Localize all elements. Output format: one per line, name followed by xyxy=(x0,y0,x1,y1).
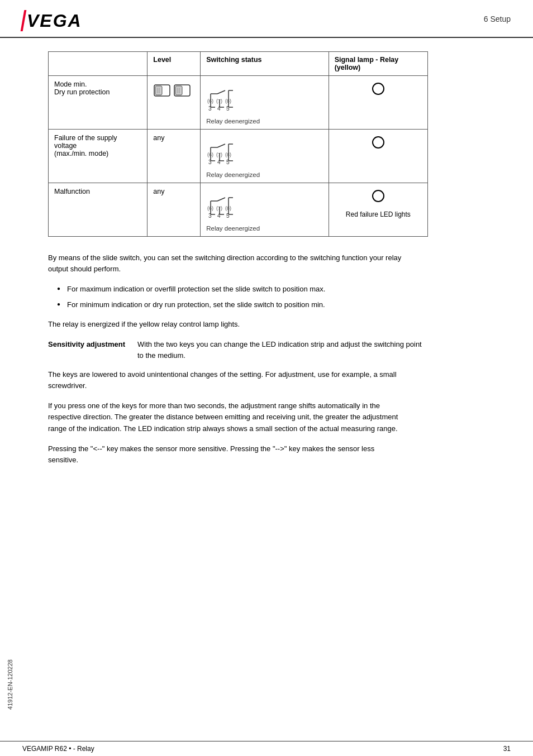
svg-text:3: 3 xyxy=(208,213,212,219)
svg-text:(6): (6) xyxy=(207,152,213,157)
svg-text:(8): (8) xyxy=(225,98,231,104)
svg-text:5: 5 xyxy=(226,159,230,165)
row3-description: Malfunction xyxy=(49,183,147,237)
sensitivity-section: Sensitivity adjustment With the two keys… xyxy=(48,339,428,361)
svg-rect-5 xyxy=(175,86,182,95)
left-sidebar: 41912-EN-120228 xyxy=(0,51,20,721)
svg-line-34 xyxy=(217,144,225,147)
row1-relay-text: Relay deenergized xyxy=(206,118,322,125)
red-failure-text: Red failure LED lights xyxy=(335,210,422,218)
svg-text:5: 5 xyxy=(226,106,230,112)
svg-text:(6): (6) xyxy=(207,205,213,211)
footer-right: 31 xyxy=(503,745,511,753)
list-item: For maximum indication or overfill prote… xyxy=(57,284,392,295)
row1-switching: 3 4 5 xyxy=(201,76,329,130)
signal-circle-icon xyxy=(372,190,384,202)
row1-description: Mode min.Dry run protection xyxy=(49,76,147,130)
row2-description: Failure of the supply voltage(max./min. … xyxy=(49,130,147,183)
sidebar-text: 41912-EN-120228 xyxy=(7,659,13,710)
svg-line-50 xyxy=(217,198,225,201)
sensitivity-para1: With the two keys you can change the LED… xyxy=(137,339,428,361)
svg-text:(8): (8) xyxy=(225,152,231,157)
row3-relay-text: Relay deenergized xyxy=(206,225,322,232)
row3-level: any xyxy=(147,183,201,237)
svg-text:(7): (7) xyxy=(216,205,222,211)
table-row: Mode min.Dry run protection xyxy=(49,76,428,130)
svg-text:(7): (7) xyxy=(216,98,222,104)
section-label: 6 Setup xyxy=(484,10,511,23)
main-content: Level Switching status Signal lamp - Rel… xyxy=(20,51,533,721)
logo: VEGA xyxy=(22,10,82,31)
svg-text:5: 5 xyxy=(226,213,230,219)
sensitivity-para2: The keys are lowered to avoid unintentio… xyxy=(48,369,406,391)
row1-level xyxy=(147,76,201,130)
svg-text:(6): (6) xyxy=(207,98,213,104)
signal-circle-icon xyxy=(372,136,384,149)
slide-switch-icon xyxy=(153,80,192,102)
svg-text:4: 4 xyxy=(217,106,221,112)
svg-text:3: 3 xyxy=(208,106,212,112)
sensitivity-heading: Sensitivity adjustment xyxy=(48,339,137,361)
footer-left: VEGAMIP R62 • - Relay xyxy=(22,745,94,753)
logo-slash xyxy=(21,10,27,31)
col-header-signal: Signal lamp - Relay (yellow) xyxy=(329,52,427,76)
row1-signal xyxy=(329,76,427,130)
row2-switching: 3 4 5 (6 xyxy=(201,130,329,183)
svg-text:(8): (8) xyxy=(225,205,231,211)
page-header: VEGA 6 Setup xyxy=(0,0,533,38)
table-row: Malfunction any 3 4 5 xyxy=(49,183,428,237)
row2-signal xyxy=(329,130,427,183)
svg-text:4: 4 xyxy=(217,159,221,165)
page-footer: VEGAMIP R62 • - Relay 31 xyxy=(0,741,533,756)
row2-level: any xyxy=(147,130,201,183)
svg-text:4: 4 xyxy=(217,213,221,219)
col-header-description xyxy=(49,52,147,76)
table-row: Failure of the supply voltage(max./min. … xyxy=(49,130,428,183)
svg-rect-1 xyxy=(155,86,162,95)
status-table: Level Switching status Signal lamp - Rel… xyxy=(48,51,428,237)
body-para1: By means of the slide switch, you can se… xyxy=(48,252,406,275)
row3-switching: 3 4 5 (6 xyxy=(201,183,329,237)
svg-text:3: 3 xyxy=(208,159,212,165)
svg-line-18 xyxy=(217,90,225,94)
list-item: For minimum indication or dry run protec… xyxy=(57,299,392,310)
sensitivity-para3: If you press one of the keys for more th… xyxy=(48,400,406,434)
signal-circle-icon xyxy=(372,83,384,95)
col-header-switching: Switching status xyxy=(201,52,329,76)
sensitivity-para4: Pressing the "<--" key makes the sensor … xyxy=(48,443,406,466)
page-wrapper: 41912-EN-120228 Level Switching status S… xyxy=(0,51,533,721)
row3-signal: Red failure LED lights xyxy=(329,183,427,237)
svg-text:(7): (7) xyxy=(216,152,222,157)
logo-text: VEGA xyxy=(27,11,82,31)
body-para2: The relay is energized if the yellow rel… xyxy=(48,319,406,330)
col-header-level: Level xyxy=(147,52,201,76)
bullet-list: For maximum indication or overfill prote… xyxy=(57,284,511,310)
row2-relay-text: Relay deenergized xyxy=(206,171,322,178)
